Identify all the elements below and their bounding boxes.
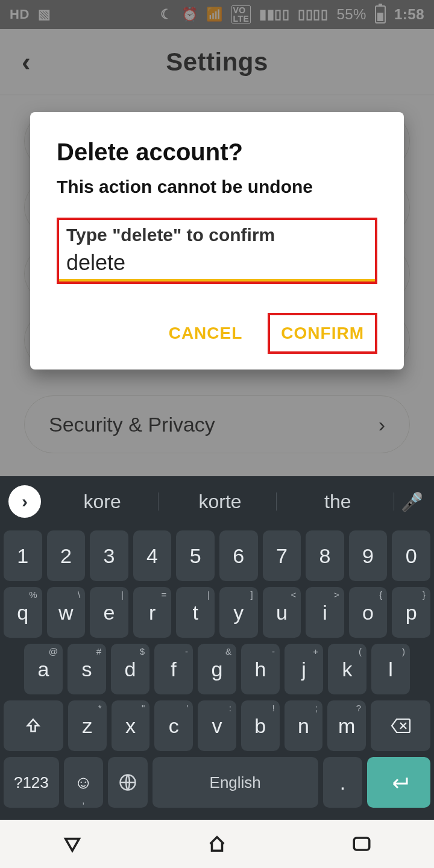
key-l[interactable]: l)	[371, 644, 410, 694]
expand-suggestions-button[interactable]: ›	[8, 485, 41, 518]
symbols-key[interactable]: ?123	[4, 757, 59, 808]
language-key[interactable]	[108, 757, 147, 808]
key-4[interactable]: 4	[133, 530, 172, 581]
key-s[interactable]: s#	[68, 644, 106, 694]
key-y[interactable]: y]	[219, 587, 258, 638]
key-q[interactable]: q%	[4, 587, 42, 638]
key-o[interactable]: o{	[349, 587, 388, 638]
key-x[interactable]: x"	[112, 700, 150, 751]
key-7[interactable]: 7	[263, 530, 301, 581]
suggestion-1[interactable]: kore	[46, 491, 159, 513]
key-j[interactable]: j+	[285, 644, 323, 694]
confirm-input-wrapper: Type "delete" to confirm	[57, 218, 377, 284]
key-g[interactable]: g&	[198, 644, 236, 694]
key-w[interactable]: w\	[47, 587, 86, 638]
key-u[interactable]: u<	[263, 587, 301, 638]
key-3[interactable]: 3	[90, 530, 128, 581]
key-0[interactable]: 0	[392, 530, 430, 581]
cancel-button[interactable]: CANCEL	[158, 313, 254, 354]
dialog-subtitle: This action cannot be undone	[57, 177, 377, 197]
key-p[interactable]: p}	[392, 587, 430, 638]
key-8[interactable]: 8	[306, 530, 344, 581]
key-k[interactable]: k(	[328, 644, 366, 694]
key-t[interactable]: t|	[176, 587, 215, 638]
delete-account-dialog: Delete account? This action cannot be un…	[30, 112, 404, 370]
enter-key[interactable]	[367, 757, 430, 808]
key-z[interactable]: z*	[68, 700, 107, 751]
key-n[interactable]: n;	[285, 700, 323, 751]
shift-key[interactable]	[4, 700, 63, 751]
key-6[interactable]: 6	[219, 530, 258, 581]
nav-recents-icon[interactable]	[350, 832, 374, 856]
suggestion-bar: › kore korte the 🎤	[0, 476, 434, 527]
input-underline	[59, 279, 375, 281]
key-9[interactable]: 9	[349, 530, 388, 581]
key-f[interactable]: f-	[154, 644, 193, 694]
svg-rect-1	[354, 838, 370, 850]
key-v[interactable]: v:	[198, 700, 236, 751]
key-1[interactable]: 1	[4, 530, 42, 581]
key-d[interactable]: d$	[111, 644, 149, 694]
key-m[interactable]: m?	[327, 700, 366, 751]
key-r[interactable]: r=	[133, 587, 172, 638]
system-nav-bar	[0, 820, 434, 868]
key-5[interactable]: 5	[176, 530, 215, 581]
key-c[interactable]: c'	[154, 700, 193, 751]
mic-icon[interactable]: 🎤	[399, 491, 426, 512]
suggestion-3[interactable]: the	[281, 491, 394, 513]
period-key[interactable]: .	[323, 757, 362, 808]
key-2[interactable]: 2	[47, 530, 86, 581]
key-e[interactable]: e|	[90, 587, 128, 638]
space-key[interactable]: English	[153, 757, 318, 808]
suggestion-2[interactable]: korte	[163, 491, 276, 513]
key-b[interactable]: b!	[241, 700, 280, 751]
nav-home-icon[interactable]	[205, 832, 229, 856]
confirm-button[interactable]: CONFIRM	[268, 313, 377, 354]
confirm-input-label: Type "delete" to confirm	[65, 224, 369, 250]
key-h[interactable]: h-	[241, 644, 280, 694]
emoji-key[interactable]: ☺,	[64, 757, 103, 808]
nav-back-icon[interactable]	[60, 832, 84, 856]
confirm-input[interactable]	[65, 250, 369, 279]
dialog-title: Delete account?	[57, 139, 377, 166]
soft-keyboard: › kore korte the 🎤 1234567890 q%w\e|r=t|…	[0, 476, 434, 820]
backspace-key[interactable]	[371, 700, 430, 751]
key-a[interactable]: a@	[24, 644, 63, 694]
key-i[interactable]: i>	[306, 587, 344, 638]
